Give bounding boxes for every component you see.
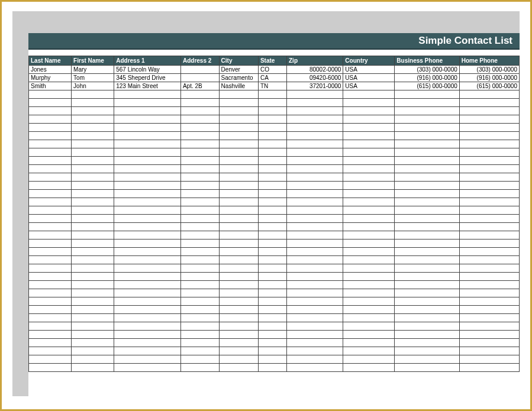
cell-empty[interactable]	[258, 331, 286, 339]
col-first-name[interactable]: First Name	[72, 56, 114, 66]
cell-empty[interactable]	[219, 248, 258, 256]
cell-empty[interactable]	[258, 215, 286, 223]
cell-zip[interactable]: 80002-0000	[287, 66, 343, 74]
cell-empty[interactable]	[72, 132, 114, 140]
cell-zip[interactable]: 37201-0000	[287, 82, 343, 90]
cell-empty[interactable]	[72, 281, 114, 289]
cell-empty[interactable]	[29, 223, 72, 231]
cell-empty[interactable]	[395, 264, 459, 273]
cell-empty[interactable]	[459, 264, 519, 273]
cell-empty[interactable]	[287, 256, 343, 264]
cell-empty[interactable]	[114, 240, 181, 248]
cell-empty[interactable]	[343, 173, 395, 182]
cell-empty[interactable]	[258, 297, 286, 306]
cell-home-phone[interactable]: (615) 000-0000	[459, 82, 519, 90]
cell-empty[interactable]	[459, 115, 519, 124]
cell-empty[interactable]	[287, 107, 343, 115]
cell-empty[interactable]	[258, 256, 286, 264]
cell-empty[interactable]	[29, 124, 72, 132]
cell-country[interactable]: USA	[343, 82, 395, 90]
cell-empty[interactable]	[459, 256, 519, 264]
cell-empty[interactable]	[395, 322, 459, 331]
cell-empty[interactable]	[258, 190, 286, 198]
cell-empty[interactable]	[459, 90, 519, 99]
cell-empty[interactable]	[258, 115, 286, 124]
cell-empty[interactable]	[219, 289, 258, 297]
cell-empty[interactable]	[343, 99, 395, 107]
cell-empty[interactable]	[343, 264, 395, 273]
cell-empty[interactable]	[287, 314, 343, 322]
cell-empty[interactable]	[459, 198, 519, 206]
cell-empty[interactable]	[180, 306, 219, 314]
cell-empty[interactable]	[72, 355, 114, 364]
cell-empty[interactable]	[459, 331, 519, 339]
col-home-phone[interactable]: Home Phone	[459, 56, 519, 66]
cell-empty[interactable]	[459, 248, 519, 256]
cell-empty[interactable]	[29, 297, 72, 306]
cell-empty[interactable]	[395, 132, 459, 140]
cell-empty[interactable]	[219, 364, 258, 372]
cell-empty[interactable]	[343, 157, 395, 165]
cell-empty[interactable]	[180, 289, 219, 297]
cell-empty[interactable]	[219, 90, 258, 99]
cell-empty[interactable]	[395, 289, 459, 297]
cell-empty[interactable]	[180, 173, 219, 182]
cell-empty[interactable]	[114, 223, 181, 231]
cell-empty[interactable]	[287, 198, 343, 206]
cell-empty[interactable]	[114, 132, 181, 140]
cell-empty[interactable]	[114, 190, 181, 198]
cell-empty[interactable]	[395, 215, 459, 223]
cell-empty[interactable]	[287, 99, 343, 107]
cell-empty[interactable]	[459, 182, 519, 190]
cell-empty[interactable]	[72, 206, 114, 215]
cell-state[interactable]: CO	[258, 66, 286, 74]
cell-empty[interactable]	[180, 107, 219, 115]
cell-empty[interactable]	[258, 273, 286, 281]
cell-empty[interactable]	[395, 248, 459, 256]
cell-empty[interactable]	[219, 331, 258, 339]
cell-empty[interactable]	[72, 364, 114, 372]
cell-empty[interactable]	[114, 256, 181, 264]
cell-empty[interactable]	[180, 256, 219, 264]
cell-last-name[interactable]: Jones	[29, 66, 72, 74]
cell-city[interactable]: Denver	[219, 66, 258, 74]
cell-empty[interactable]	[395, 364, 459, 372]
cell-empty[interactable]	[29, 347, 72, 355]
cell-empty[interactable]	[395, 231, 459, 240]
cell-empty[interactable]	[258, 132, 286, 140]
cell-empty[interactable]	[180, 90, 219, 99]
cell-empty[interactable]	[114, 322, 181, 331]
cell-empty[interactable]	[258, 248, 286, 256]
cell-empty[interactable]	[180, 99, 219, 107]
cell-empty[interactable]	[114, 182, 181, 190]
col-zip[interactable]: Zip	[287, 56, 343, 66]
cell-empty[interactable]	[258, 157, 286, 165]
cell-empty[interactable]	[180, 231, 219, 240]
cell-empty[interactable]	[72, 223, 114, 231]
cell-empty[interactable]	[395, 306, 459, 314]
cell-empty[interactable]	[114, 99, 181, 107]
cell-empty[interactable]	[395, 206, 459, 215]
cell-empty[interactable]	[72, 339, 114, 347]
cell-empty[interactable]	[180, 157, 219, 165]
cell-empty[interactable]	[29, 264, 72, 273]
cell-empty[interactable]	[180, 140, 219, 148]
cell-last-name[interactable]: Smith	[29, 82, 72, 90]
cell-empty[interactable]	[180, 165, 219, 173]
cell-empty[interactable]	[180, 190, 219, 198]
col-last-name[interactable]: Last Name	[29, 56, 72, 66]
cell-empty[interactable]	[459, 132, 519, 140]
cell-empty[interactable]	[219, 355, 258, 364]
cell-empty[interactable]	[258, 99, 286, 107]
cell-empty[interactable]	[343, 248, 395, 256]
cell-empty[interactable]	[287, 157, 343, 165]
cell-address2[interactable]	[180, 74, 219, 82]
cell-empty[interactable]	[395, 240, 459, 248]
col-city[interactable]: City	[219, 56, 258, 66]
cell-empty[interactable]	[29, 231, 72, 240]
cell-empty[interactable]	[459, 231, 519, 240]
cell-empty[interactable]	[287, 339, 343, 347]
cell-empty[interactable]	[180, 215, 219, 223]
cell-empty[interactable]	[72, 90, 114, 99]
cell-empty[interactable]	[114, 157, 181, 165]
